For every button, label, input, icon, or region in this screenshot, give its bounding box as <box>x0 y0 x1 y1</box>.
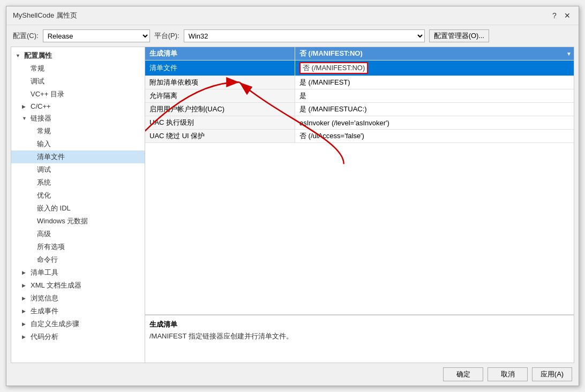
close-button[interactable]: ✕ <box>562 11 572 20</box>
header-name-cell: 生成清单 <box>145 47 295 60</box>
sidebar-item-label: 嵌入的 IDL <box>37 203 71 213</box>
sidebar-item-config-props[interactable]: ▼配置属性 <box>11 49 145 62</box>
prop-name-cell: UAC 绕过 UI 保护 <box>145 130 295 142</box>
collapse-icon: ▶ <box>22 321 28 327</box>
sidebar-item-label: 高级 <box>37 229 51 239</box>
table-row[interactable]: UAC 绕过 UI 保护否 (/uiAccess='false') <box>145 130 574 143</box>
description-panel: 生成清单 /MANIFEST 指定链接器应创建并行清单文件。 <box>145 314 574 363</box>
sidebar: ▼配置属性常规调试VC++ 目录▶C/C++▼链接器常规输入清单文件调试系统优化… <box>11 47 145 363</box>
desc-text: /MANIFEST 指定链接器应创建并行清单文件。 <box>149 331 569 341</box>
sidebar-item-linker-winmeta[interactable]: Windows 元数据 <box>11 215 145 228</box>
prop-value-cell: 是 (/MANIFEST) <box>295 76 574 89</box>
sidebar-item-label: 链接器 <box>31 114 51 123</box>
sidebar-item-label: VC++ 目录 <box>31 89 64 99</box>
sidebar-item-linker-optimize[interactable]: 优化 <box>11 189 145 202</box>
sidebar-item-label: 代码分析 <box>31 332 58 342</box>
collapse-icon: ▶ <box>22 296 28 301</box>
prop-value-cell: 否 (/MANIFEST:NO) <box>295 61 574 76</box>
sidebar-item-browse-info[interactable]: ▶浏览信息 <box>11 292 145 305</box>
prop-value-cell: 是 (/MANIFESTUAC:) <box>295 103 574 116</box>
main-content: ▼配置属性常规调试VC++ 目录▶C/C++▼链接器常规输入清单文件调试系统优化… <box>11 47 574 363</box>
prop-name-cell: 附加清单依赖项 <box>145 76 295 89</box>
table-row[interactable]: UAC 执行级别asInvoker (/level='asInvoker') <box>145 116 574 130</box>
prop-value-cell: 是 <box>295 89 574 102</box>
ok-button[interactable]: 确定 <box>443 367 483 381</box>
collapse-icon: ▼ <box>16 53 22 58</box>
prop-name-cell: 清单文件 <box>145 61 295 76</box>
prop-value-cell: 否 (/uiAccess='false') <box>295 130 574 142</box>
header-dropdown-icon: ▼ <box>566 51 572 57</box>
sidebar-item-label: 自定义生成步骤 <box>31 319 79 329</box>
prop-name-cell: 允许隔离 <box>145 89 295 102</box>
sidebar-item-label: 常规 <box>31 64 44 73</box>
sidebar-item-label: XML 文档生成器 <box>31 281 81 290</box>
bottom-buttons: 确定 取消 应用(A) <box>6 363 579 386</box>
properties-table: 生成清单 否 (/MANIFEST:NO) ▼ 清单文件否 (/MANIFEST… <box>145 47 574 314</box>
prop-name-cell: UAC 执行级别 <box>145 116 295 129</box>
platform-label: 平台(P): <box>154 31 179 41</box>
collapse-icon: ▶ <box>22 308 28 314</box>
sidebar-item-label: 命令行 <box>37 255 58 265</box>
sidebar-item-label: 常规 <box>37 126 51 136</box>
sidebar-item-label: 清单工具 <box>31 268 58 277</box>
sidebar-item-label: 所有选项 <box>37 242 65 252</box>
sidebar-item-label: 系统 <box>37 178 51 187</box>
desc-title: 生成清单 <box>149 320 569 329</box>
sidebar-item-xml-gen[interactable]: ▶XML 文档生成器 <box>11 279 145 292</box>
apply-button[interactable]: 应用(A) <box>532 367 572 381</box>
collapse-icon: ▶ <box>22 104 28 109</box>
sidebar-item-linker-advanced[interactable]: 高级 <box>11 228 145 240</box>
sidebar-item-linker[interactable]: ▼链接器 <box>11 112 145 125</box>
sidebar-item-manifest-tool[interactable]: ▶清单工具 <box>11 266 145 279</box>
title-bar: MyShellCode 属性页 ? ✕ <box>6 6 579 25</box>
sidebar-item-label: 输入 <box>37 139 51 149</box>
sidebar-item-cpp[interactable]: ▶C/C++ <box>11 101 145 112</box>
sidebar-item-linker-debug[interactable]: 调试 <box>11 163 145 176</box>
collapse-icon: ▼ <box>22 116 28 121</box>
sidebar-item-linker-alloptions[interactable]: 所有选项 <box>11 240 145 253</box>
sidebar-item-label: Windows 元数据 <box>37 216 88 226</box>
sidebar-item-label: 配置属性 <box>24 51 52 61</box>
right-panel: 生成清单 否 (/MANIFEST:NO) ▼ 清单文件否 (/MANIFEST… <box>145 47 574 363</box>
collapse-icon: ▶ <box>22 283 28 288</box>
sidebar-item-label: 优化 <box>37 191 51 200</box>
sidebar-item-linker-input[interactable]: 输入 <box>11 138 145 150</box>
sidebar-item-debug[interactable]: 调试 <box>11 75 145 88</box>
config-select[interactable]: Release <box>43 29 150 42</box>
sidebar-item-linker-system[interactable]: 系统 <box>11 176 145 189</box>
highlighted-value: 否 (/MANIFEST:NO) <box>299 62 368 74</box>
title-bar-buttons: ? ✕ <box>550 11 572 20</box>
table-row[interactable]: 允许隔离是 <box>145 89 574 103</box>
properties-dialog: MyShellCode 属性页 ? ✕ 配置(C): Release 平台(P)… <box>6 6 579 386</box>
sidebar-item-label: 生成事件 <box>31 306 58 316</box>
platform-select[interactable]: Win32 <box>184 29 425 42</box>
dialog-title: MyShellCode 属性页 <box>13 11 77 20</box>
sidebar-item-custom-build[interactable]: ▶自定义生成步骤 <box>11 318 145 330</box>
table-row[interactable]: 清单文件否 (/MANIFEST:NO) <box>145 61 574 76</box>
sidebar-item-linker-general[interactable]: 常规 <box>11 125 145 138</box>
help-button[interactable]: ? <box>550 11 559 20</box>
sidebar-item-linker-cmdline[interactable]: 命令行 <box>11 253 145 266</box>
table-row[interactable]: 附加清单依赖项是 (/MANIFEST) <box>145 76 574 89</box>
table-header: 生成清单 否 (/MANIFEST:NO) ▼ <box>145 47 574 61</box>
config-label: 配置(C): <box>13 31 39 41</box>
right-panel-wrapper: 生成清单 否 (/MANIFEST:NO) ▼ 清单文件否 (/MANIFEST… <box>145 47 574 363</box>
collapse-icon: ▶ <box>22 270 28 275</box>
sidebar-item-linker-manifest[interactable]: 清单文件 <box>11 150 145 163</box>
sidebar-item-label: 调试 <box>31 77 44 86</box>
cancel-button[interactable]: 取消 <box>488 367 528 381</box>
sidebar-item-general[interactable]: 常规 <box>11 62 145 75</box>
config-manager-button[interactable]: 配置管理器(O)... <box>429 29 490 42</box>
sidebar-item-label: 调试 <box>37 165 51 175</box>
header-value-cell: 否 (/MANIFEST:NO) ▼ <box>295 47 574 60</box>
toolbar: 配置(C): Release 平台(P): Win32 配置管理器(O)... <box>6 25 579 47</box>
sidebar-item-code-analysis[interactable]: ▶代码分析 <box>11 330 145 343</box>
table-row[interactable]: 启用用户帐户控制(UAC)是 (/MANIFESTUAC:) <box>145 103 574 116</box>
sidebar-item-label: C/C++ <box>31 102 51 110</box>
collapse-icon: ▶ <box>22 334 28 340</box>
sidebar-item-label: 浏览信息 <box>31 293 58 303</box>
sidebar-item-label: 清单文件 <box>37 152 65 162</box>
sidebar-item-linker-idl[interactable]: 嵌入的 IDL <box>11 202 145 215</box>
sidebar-item-build-events[interactable]: ▶生成事件 <box>11 305 145 318</box>
sidebar-item-vc-dir[interactable]: VC++ 目录 <box>11 88 145 101</box>
